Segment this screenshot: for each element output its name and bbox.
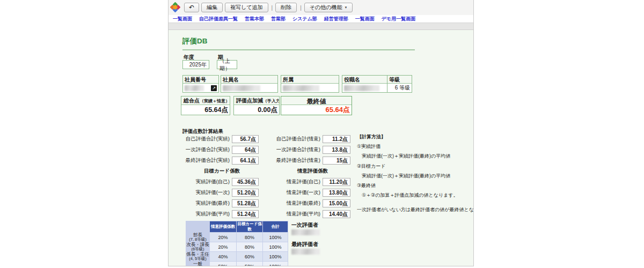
calc-value-box: 51.28点 — [232, 199, 259, 207]
adjustment-value: 0.00点 — [234, 105, 279, 115]
table-cell: 40% — [210, 252, 236, 261]
row-label: 一般 — [186, 262, 209, 266]
copy-add-button[interactable]: 複写して追加 — [225, 3, 268, 12]
department-field: 所属 — [281, 75, 339, 93]
row-sublabel: (6等級) — [186, 247, 209, 251]
department-label: 所属 — [281, 76, 339, 83]
calc-label: 最終評価合計(情意) — [275, 157, 321, 164]
calc-value-box: 11.2点 — [323, 135, 350, 143]
masked-department — [283, 85, 319, 91]
calc-label: 情意評価(最終) — [275, 200, 321, 207]
adjustment-label: 評価点加減 — [236, 98, 263, 103]
more-functions-label: その他の機能 — [310, 3, 342, 12]
calc-value-box: 45.36点 — [232, 178, 259, 186]
record-content: 評価DB 年度 期 2025年 （上期） 社員番号 ↗ 社員名 所属 — [169, 30, 473, 266]
open-record-link-icon[interactable]: ↗ — [211, 85, 217, 91]
table-cell: 60% — [237, 252, 262, 261]
primary-evaluator-label: 一次評価者 — [291, 221, 318, 229]
toolbar-separator: | — [300, 5, 302, 11]
term-field: （上期） — [217, 60, 237, 69]
attitude-coefficient-subheading: 情意評価係数 — [275, 168, 350, 175]
calc-label: 実績評価(一次) — [185, 189, 230, 196]
calc-method-line: 実績評価(一次)＋実績評価(最終)の平均値 — [357, 171, 473, 181]
total-score-value: 65.64点 — [181, 105, 230, 115]
collapsed-header-bar — [169, 23, 473, 30]
employee-number-label: 社員番号 — [183, 76, 218, 83]
calc-value-box: 15.00点 — [323, 199, 350, 207]
chevron-down-icon: ▼ — [344, 3, 347, 12]
adjustment-field: 評価点加減（手入力） 0.00点 — [233, 96, 280, 115]
final-value: 65.64点 — [281, 105, 352, 115]
nav-link-sales-dept[interactable]: 営業部 — [271, 16, 286, 23]
calc-label: 一次評価合計(情意) — [275, 146, 321, 153]
calc-label: 一次評価合計(実績) — [185, 146, 230, 153]
calc-value-box: 11.20点 — [323, 178, 350, 186]
total-score-field: 総合点（実績＋情意） 65.64点 — [181, 96, 230, 115]
nav-link-self-diff-list[interactable]: 自己評価差異一覧 — [199, 16, 238, 23]
calc-method-title: 【計算方法】 — [357, 132, 473, 142]
grade-field: 等級 6 等級 — [387, 75, 412, 93]
calc-method-line: 実績評価(一次)＋実績評価(最終)の平均値 — [357, 151, 473, 161]
more-functions-button[interactable]: その他の機能 ▼ — [304, 3, 353, 12]
calc-value-box: 64.1点 — [232, 157, 259, 165]
total-score-label: 総合点 — [184, 98, 200, 103]
calc-label: 情意評価(平均) — [275, 211, 321, 218]
grade-value: 6 等級 — [387, 83, 412, 92]
total-score-sublabel: （実績＋情意） — [200, 99, 230, 103]
nav-link-demo-list[interactable]: デモ用一覧画面 — [382, 16, 415, 23]
table-cell: 50% — [210, 262, 236, 266]
title-divider — [182, 49, 415, 50]
calc-label: 情意評価(一次) — [275, 189, 321, 196]
view-nav: 一覧画面 自己評価差異一覧 営業本部 営業部 システム部 経営管理部 一覧画面 … — [169, 15, 473, 23]
year-field: 2025年 — [182, 60, 209, 69]
employee-name-field: 社員名 — [221, 75, 278, 93]
delete-button[interactable]: 削除 — [275, 3, 297, 12]
table-row: 係長・主任(4, 5等級) 40% 60% 100% — [186, 252, 288, 261]
nav-link-admin-dept[interactable]: 経営管理部 — [324, 16, 348, 23]
employee-name-label: 社員名 — [221, 76, 277, 83]
calc-value-box: 14.40点 — [323, 210, 350, 218]
coefficient-table: 情意評価係数 目標カード係数 合計 部長(7, 8等級) 20% 80% 100… — [186, 221, 288, 266]
nav-link-list-2[interactable]: 一覧画面 — [355, 16, 375, 23]
masked-employee-name — [223, 85, 260, 91]
calc-method-line: ①実績評価 — [357, 142, 473, 151]
calc-label: 最終評価合計(実績) — [185, 157, 230, 164]
calc-value-box: 56.7点 — [232, 135, 259, 143]
table-corner-cell — [186, 221, 209, 232]
calc-value-box: 51.20点 — [232, 189, 259, 197]
calc-value-box: 13.8点 — [323, 146, 350, 154]
back-button[interactable]: ↶ — [184, 3, 199, 12]
table-cell: 80% — [237, 233, 262, 242]
table-cell: 50% — [237, 262, 262, 266]
col-header-attitude-coef: 情意評価係数 — [210, 221, 236, 232]
page-title: 評価DB — [182, 36, 208, 46]
table-cell: 100% — [263, 262, 288, 266]
nav-link-system-dept[interactable]: システム部 — [292, 16, 317, 23]
final-value-field: 最終値 65.64点 — [281, 96, 352, 115]
calc-method-line: ③最終値 — [357, 181, 473, 190]
table-cell: 100% — [263, 252, 288, 261]
table-cell: 100% — [263, 233, 288, 242]
table-cell: 20% — [210, 242, 236, 251]
masked-primary-evaluator — [291, 229, 320, 235]
final-value-label: 最終値 — [281, 96, 352, 105]
page-background: ↶ 編集 複写して追加 | 削除 | その他の機能 ▼ 一覧画面 自己評価差異一… — [0, 0, 644, 268]
table-row: 次長・課長(6等級) 20% 80% 100% — [186, 242, 288, 251]
table-cell: 100% — [263, 242, 288, 251]
calc-value-box: 15点 — [323, 157, 350, 165]
nav-link-list[interactable]: 一覧画面 — [173, 16, 192, 23]
masked-employee-number — [185, 85, 204, 91]
app-window: ↶ 編集 複写して追加 | 削除 | その他の機能 ▼ 一覧画面 自己評価差異一… — [168, 0, 474, 266]
calc-label: 実績評価(平均) — [185, 211, 230, 218]
masked-final-evaluator — [291, 249, 320, 255]
app-logo-icon — [170, 2, 181, 13]
final-evaluator-label: 最終評価者 — [291, 241, 318, 248]
calc-label: 実績評価(自己) — [185, 178, 230, 185]
table-cell: 80% — [237, 242, 262, 251]
calc-method-footnote: 一次評価者がいない方は最終評価者の値が最終値となります。 — [357, 205, 473, 214]
calc-label: 実績評価(最終) — [185, 200, 230, 207]
nav-link-sales-hq[interactable]: 営業本部 — [245, 16, 264, 23]
col-header-total: 合計 — [263, 221, 288, 232]
edit-button[interactable]: 編集 — [201, 3, 223, 12]
toolbar: ↶ 編集 複写して追加 | 削除 | その他の機能 ▼ — [169, 0, 473, 15]
